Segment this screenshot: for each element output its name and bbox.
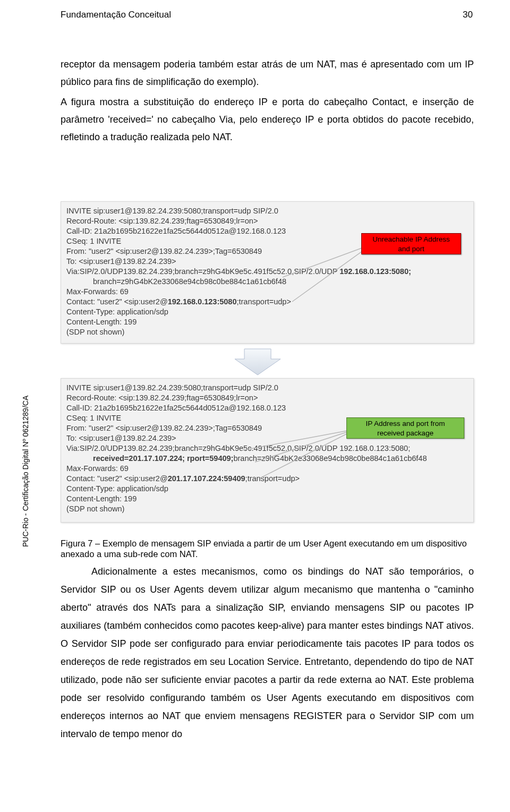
page-number: 30 [463, 10, 473, 20]
paragraph-1: receptor da mensagem poderia também esta… [61, 56, 474, 91]
sip-line: To: <sip:user1@139.82.24.239> [66, 257, 468, 267]
callout-pointer-green [239, 429, 361, 482]
sip-text: Contact: "user2" <sip:user2@ [66, 474, 168, 483]
paragraph-3-text: Adicionalmente a estes mecanismos, como … [61, 566, 474, 739]
sip-line: (SDP not shown) [66, 504, 468, 514]
paragraph-3: Adicionalmente a estes mecanismos, como … [61, 562, 474, 743]
svg-line-0 [283, 244, 372, 277]
sip-line: Content-Type: application/sdp [66, 307, 468, 317]
sip-line: branch=z9hG4bK2e33068e94cb98c0be884c1a61… [66, 277, 468, 287]
callout-line: IP Address and port from [347, 419, 464, 429]
svg-line-3 [255, 429, 356, 462]
sip-text: Contact: "user2" <sip:user2@ [66, 297, 168, 306]
sip-message-box-1: INVITE sip:user1@139.82.24.239:5080;tran… [61, 201, 474, 344]
arrow-down-icon [234, 347, 282, 377]
sip-line: Call-ID: 21a2b1695b21622e1fa25c5644d0512… [66, 403, 468, 413]
callout-line: Unreachable IP Address [362, 235, 461, 244]
sip-line: (SDP not shown) [66, 327, 468, 337]
sip-bold-ip: 192.168.0.123:5080 [168, 297, 237, 306]
certification-label: PUC-Rio - Certificação Digital Nº 062128… [21, 396, 30, 547]
sip-line: Content-Type: application/sdp [66, 484, 468, 494]
sip-line: Via:SIP/2.0/UDP139.82.24.239;branch=z9hG… [66, 267, 468, 277]
callout-line: and port [362, 244, 461, 254]
sip-line: INVITE sip:user1@139.82.24.239:5080;tran… [66, 383, 468, 393]
figure-caption: Figura 7 – Exemplo de mensagem SIP envia… [61, 538, 474, 559]
callout-unreachable: Unreachable IP Address and port [361, 233, 461, 254]
sip-bold-received: received=201.17.107.224; rport=59409; [93, 454, 233, 463]
sip-line: Contact: "user2" <sip:user2@192.168.0.12… [66, 297, 468, 307]
svg-line-4 [260, 429, 356, 478]
sip-bold-ip: 201.17.107.224:59409 [168, 474, 245, 483]
sip-line: Content-Length: 199 [66, 494, 468, 504]
paragraph-2: A figura mostra a substituição do endere… [61, 93, 474, 146]
callout-line: received package [347, 429, 464, 438]
svg-line-1 [292, 244, 372, 302]
callout-received: IP Address and port from received packag… [346, 417, 464, 439]
svg-line-2 [242, 429, 356, 450]
running-header: Fundamentação Conceitual [61, 10, 171, 20]
sip-line: INVITE sip:user1@139.82.24.239:5080;tran… [66, 206, 468, 216]
sip-line: Record-Route: <sip:139.82.24.239;ftag=65… [66, 216, 468, 226]
sip-line: Record-Route: <sip:139.82.24.239;ftag=65… [66, 393, 468, 403]
sip-line: Max-Forwards: 69 [66, 287, 468, 297]
sip-line: Content-Length: 199 [66, 317, 468, 327]
